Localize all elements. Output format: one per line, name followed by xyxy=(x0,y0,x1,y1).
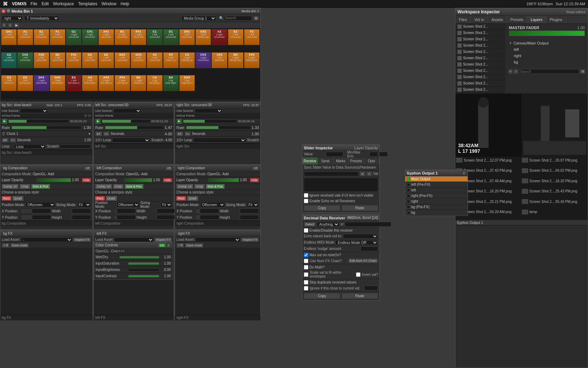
right-opacity-bar[interactable] xyxy=(208,178,239,182)
tab-presets[interactable]: Presets xyxy=(349,157,364,164)
menu-help[interactable]: Help xyxy=(121,1,130,6)
right-width-input[interactable]: 0.91 xyxy=(240,209,259,213)
syphon-right-prefx[interactable]: right (Pre-FX) xyxy=(405,193,468,199)
close-btn[interactable] xyxy=(2,9,5,13)
nav-back[interactable]: < xyxy=(2,23,6,28)
right-x-input[interactable]: 1306.00 xyxy=(200,209,219,213)
left-y-slider[interactable] xyxy=(115,216,116,219)
bg-size-tab[interactable]: Size & Pos xyxy=(31,184,50,189)
value-input[interactable]: 1.0 xyxy=(326,152,343,157)
media-cell-D#2[interactable]: D#2L'leftuncurved xyxy=(114,52,130,68)
tab-files[interactable]: Files xyxy=(455,16,471,23)
rate-bar[interactable] xyxy=(12,126,81,129)
bg-inspect-fx-btn[interactable]: Inspect FX xyxy=(73,237,91,242)
media-cell-G1[interactable]: G1L'rightuncurved xyxy=(66,29,82,45)
media-cell-C#2[interactable]: C#2L'leftuncurved xyxy=(17,52,33,68)
left-pos-mode-sel[interactable]: Offscreen xyxy=(117,202,140,207)
wi-file-item-10[interactable]: Screen Shot 2... xyxy=(455,87,506,93)
midi-check-btn[interactable]: ✓ xyxy=(366,171,372,176)
right-sizing-sel[interactable]: Fit xyxy=(247,202,259,207)
tab-presets[interactable]: Presets xyxy=(507,16,527,23)
left-x-slider[interactable] xyxy=(115,209,116,213)
media-cell-F#4[interactable]: F#4L'righthaving-tur xyxy=(114,75,130,91)
right-progress[interactable] xyxy=(183,120,237,123)
media-cell-C1[interactable]: C1L'leftuncurved xyxy=(147,29,162,45)
tab-plugins[interactable]: Plugins xyxy=(546,16,566,23)
right-y-input[interactable]: 0.00 xyxy=(200,215,219,220)
left-size-tab[interactable]: Size & Pos xyxy=(125,184,144,189)
bg-sizing-select[interactable]: Fit xyxy=(77,202,91,207)
right-height-input[interactable]: 1.00 xyxy=(240,215,259,220)
layer-bg[interactable]: bg xyxy=(507,59,587,65)
max-input[interactable]: 1 xyxy=(379,152,388,157)
media-cell-A2[interactable]: A2L'rightuncurved xyxy=(211,29,227,45)
media-cell-B3[interactable]: B3L'rightfamily-exp xyxy=(228,52,244,68)
left-play-btn[interactable]: ▶ xyxy=(95,118,101,124)
bg-width-input[interactable] xyxy=(72,209,91,213)
right-select[interactable]: right xyxy=(2,16,23,21)
wet-dry-slider[interactable] xyxy=(119,256,159,259)
scale-checkbox[interactable] xyxy=(304,272,308,277)
bg-x-input[interactable]: 734.31 xyxy=(32,209,51,213)
right-add-r[interactable]: + R xyxy=(176,243,184,248)
right-play-btn[interactable]: ▶ xyxy=(176,118,182,124)
wi-file-item-5[interactable]: Screen Shot 2... xyxy=(455,55,506,61)
bg-save-asset[interactable]: Save Asset xyxy=(10,243,29,248)
media-cell-E4[interactable]: E4L'leftthe-dad-st xyxy=(66,75,82,91)
right-inspect-fx-btn[interactable]: Inspect FX xyxy=(241,237,259,242)
right-size-tab[interactable]: Size & Pos xyxy=(206,184,225,189)
bg-hide-btn[interactable]: Hide xyxy=(82,178,91,182)
wi-file-item-3[interactable]: Screen Shot 2... xyxy=(455,42,506,49)
right-pos-mode-sel[interactable]: Offscreen xyxy=(200,202,225,207)
media-cell-A#1[interactable]: A#1L'rightuncurved xyxy=(98,29,114,45)
edit-numfx-btn[interactable]: Edit Num FX Chain xyxy=(348,258,378,263)
media-cell-F#2[interactable]: F#2L'leftuncurved xyxy=(66,52,82,68)
menu-file[interactable]: File xyxy=(30,1,37,6)
right-hide-btn[interactable]: Hide xyxy=(250,178,259,182)
paste-btn[interactable]: Paste xyxy=(342,205,378,211)
media-cell-G#3[interactable]: G#3L'leftuncurved xyxy=(131,52,146,68)
menu-workspace[interactable]: Workspace xyxy=(53,1,74,6)
media-cell-G#4[interactable]: G#4L'rightbrowsable xyxy=(50,75,65,91)
domath-checkbox[interactable] xyxy=(304,265,308,270)
media-cell-C#1[interactable]: C#1L'rightuncurved xyxy=(82,29,98,45)
media-cell-F2[interactable]: F2L'leftuncurved xyxy=(244,29,260,45)
bg-crop-tab[interactable]: Crop xyxy=(20,184,30,189)
bg-pos-mode-select[interactable]: Offscreen xyxy=(26,202,55,207)
tab-send[interactable]: Send xyxy=(318,157,333,164)
menu-edit[interactable]: Edit xyxy=(42,1,49,6)
bg-rect-btn[interactable]: Rect xyxy=(2,196,11,200)
echo-checkbox[interactable] xyxy=(304,199,308,203)
tab-vid-in[interactable]: Vid In xyxy=(471,16,488,23)
media-cell-F8[interactable]: F8L'lefthows-it-c xyxy=(163,52,179,68)
play-btn[interactable]: ▶ xyxy=(2,118,7,124)
media-cell-E1[interactable]: E1L'leftuncurved xyxy=(34,29,49,45)
left-comp-tab[interactable]: Comp. UI xyxy=(95,184,112,189)
media-cell-C4[interactable]: C4L'bgcamping-s xyxy=(147,75,162,91)
media-cell-G#1[interactable]: G#1L'leftuncurved xyxy=(1,29,17,45)
media-cell-B1[interactable]: B1L'rightuncurved xyxy=(114,29,130,45)
progress-bar[interactable] xyxy=(8,120,69,123)
wi-file-detail-5-extra[interactable]: temp xyxy=(522,209,587,215)
syphon-right[interactable]: right xyxy=(405,199,468,204)
left-kf-next[interactable]: >> xyxy=(103,131,110,136)
bg-x-slider[interactable] xyxy=(22,209,31,213)
media-cell-F#3[interactable]: F#3L'righthaving-fun xyxy=(244,52,260,68)
endless-mode-sel[interactable]: Endless Mode Off! xyxy=(335,240,378,245)
media-cell-A4[interactable]: A4L'leftslow-beac xyxy=(82,75,98,91)
wi-file-item-6[interactable]: Screen Shot 2... xyxy=(455,61,506,68)
clock-select-arrow[interactable]: ▼ xyxy=(88,132,91,136)
syphon-left-prefx[interactable]: left (Pre-FX) xyxy=(405,182,468,188)
wi-file-detail-0-extra[interactable]: Screen Shot 2....26.07 PM.png xyxy=(522,157,587,163)
bg-y-input[interactable]: -0.04 xyxy=(32,215,51,220)
wi-file-detail-3-extra[interactable]: Screen Shot 2....25.43 PM.png xyxy=(522,189,587,194)
bg-y-slider[interactable] xyxy=(22,216,31,219)
left-height-input[interactable]: 1.00 xyxy=(156,215,176,220)
right-save-asset[interactable]: Save Asset xyxy=(185,243,203,248)
left-use-source-select[interactable] xyxy=(113,108,141,113)
expand-btn[interactable]: ⊞ xyxy=(253,16,259,21)
nudge-input[interactable]: 0.01 xyxy=(360,246,378,251)
tab-assets[interactable]: Assets xyxy=(488,16,507,23)
wi-file-item-1[interactable]: Screen Shot 2... xyxy=(455,30,506,36)
left-loop-select[interactable] xyxy=(112,138,150,143)
